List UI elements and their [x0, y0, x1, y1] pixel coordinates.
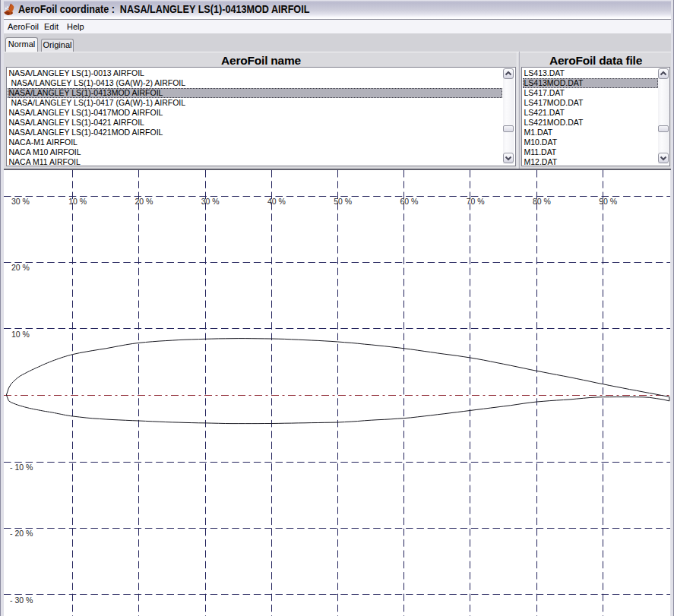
svg-text:70 %: 70 % — [467, 197, 485, 206]
svg-text:30 %: 30 % — [11, 197, 30, 206]
svg-text:50 %: 50 % — [334, 197, 352, 206]
svg-text:20 %: 20 % — [134, 197, 153, 206]
svg-text:30 %: 30 % — [201, 197, 220, 206]
svg-text:80 %: 80 % — [533, 197, 551, 206]
svg-text:- 10 %: - 10 % — [10, 463, 33, 472]
svg-text:- 20 %: - 20 % — [10, 529, 33, 538]
svg-text:20 %: 20 % — [11, 263, 30, 272]
svg-text:40 %: 40 % — [267, 197, 286, 206]
svg-text:10 %: 10 % — [68, 197, 87, 206]
svg-text:60 %: 60 % — [400, 197, 419, 206]
svg-text:10 %: 10 % — [11, 330, 30, 339]
svg-text:- 30 %: - 30 % — [10, 595, 33, 605]
svg-text:90 %: 90 % — [599, 197, 617, 206]
